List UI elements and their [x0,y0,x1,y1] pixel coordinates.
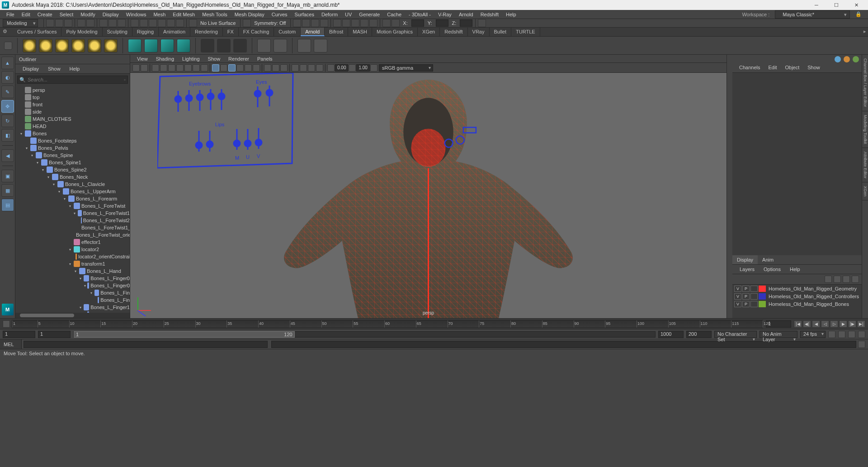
outliner-node[interactable]: ▾Bones_L_Finger0 [15,275,130,282]
outliner-node[interactable]: effector1 [15,238,130,246]
select-tool[interactable]: ▲ [1,57,14,69]
outliner-node[interactable]: locator2_orientConstrai [15,253,130,260]
vp-xray-joints-button[interactable] [280,64,288,71]
go-start-button[interactable]: |◀ [794,320,802,328]
time-slider-track[interactable]: 1510152025303540455055606570758085909510… [12,320,763,328]
tab-display[interactable]: Display [732,255,758,264]
vp-gate-mask-button[interactable] [176,64,184,71]
shelf-render-2[interactable] [314,39,327,52]
menu-windows[interactable]: Windows [123,11,150,18]
shelf-light-4[interactable] [71,39,85,52]
maximize-button[interactable]: ☐ [826,0,846,10]
layer-menu-help[interactable]: Help [785,266,805,273]
xform-display-button[interactable] [392,19,400,27]
display-layer[interactable]: VPHomeless_Old_Man_Rigged_Bones [732,300,862,308]
range-end-field[interactable]: 200 [686,331,712,338]
vp-motion-blur-button[interactable] [300,64,307,71]
step-back-button[interactable]: ◀ [812,320,820,328]
vp-menu-shading[interactable]: Shading [152,55,178,62]
shelf-tab-bifrost[interactable]: Bifrost [325,28,348,36]
outliner-node[interactable]: ▾Bones_L_Finger1 [15,311,130,313]
charset-dropdown[interactable]: No Character Set [714,331,757,338]
command-input[interactable] [24,341,268,348]
shelf-tab-sculpting[interactable]: Sculpting [103,28,132,36]
range-in-field[interactable]: 1 [38,331,71,338]
ch-menu-edit[interactable]: Edit [764,64,781,72]
shelf-tab-xgen[interactable]: XGen [418,28,440,36]
vp-menu-view[interactable]: View [133,55,152,62]
shelf-tab-bullet[interactable]: Bullet [490,28,512,36]
shelf-tab-turtle[interactable]: TURTLE [511,28,540,36]
shelf-light-5[interactable] [88,39,101,52]
outliner-node[interactable]: Bones_L_ForeTwist2 [15,217,130,224]
outliner-node[interactable]: ▾Bones_L_ForeTwist1 [15,210,130,217]
make-live-button[interactable] [189,19,197,27]
side-tab-attribute-editor[interactable]: Attribute Editor [862,148,868,183]
render-button[interactable] [333,19,341,27]
tool-settings-icon[interactable] [844,56,850,62]
outliner-node[interactable]: ▾Bones_Spine2 [15,166,130,173]
outliner-node[interactable]: ▾Bones_L_Clavicle [15,181,130,188]
select-component-button[interactable] [118,19,126,27]
outliner-search[interactable]: 🔍 ◦ [17,76,128,84]
shelf-tab-poly-modeling[interactable]: Poly Modeling [61,28,102,36]
vp-lock-cam-button[interactable] [141,64,148,71]
vp-gamma-icon[interactable] [349,64,356,71]
menu-arnold[interactable]: Arnold [455,11,477,18]
outliner-node[interactable]: Bones_L_ForeTwist_orie [15,231,130,238]
layer-create-empty-button[interactable] [843,276,850,283]
shelf-render-1[interactable] [297,39,311,52]
vp-gamma-field[interactable]: 1.00 [356,64,369,71]
outliner-node[interactable]: MAIN_CLOTHES [15,115,130,123]
vp-grid-button[interactable] [152,64,159,71]
shelf-geo-1[interactable] [128,39,142,52]
vp-textured-button[interactable] [236,64,244,71]
shelf-tab-curves-surfaces[interactable]: Curves / Surfaces [13,28,61,36]
menu-mesh-display[interactable]: Mesh Display [231,11,268,18]
vp-ao-button[interactable] [292,64,299,71]
menu-create[interactable]: Create [34,11,56,18]
ch-menu-object[interactable]: Object [781,64,803,72]
z-field[interactable] [460,19,472,27]
rotate-tool[interactable]: ↻ [1,114,14,127]
layer-menu-options[interactable]: Options [759,266,785,273]
shelf-geo-4[interactable] [177,39,190,52]
outliner-node[interactable]: ▾Bones_Neck [15,173,130,181]
script-lang-button[interactable]: MEL [0,339,22,349]
ipr-button[interactable] [342,19,350,27]
ch-menu-show[interactable]: Show [803,64,824,72]
vp-menu-lighting[interactable]: Lighting [178,55,204,62]
maya-home-icon[interactable]: M [2,304,14,315]
fps-dropdown[interactable]: 24 fps [800,331,826,338]
outliner-node[interactable]: ▾Bones_L_Hand [15,267,130,275]
workspace-dropdown[interactable]: Maya Classic* [775,10,850,19]
tab-anim[interactable]: Anim [758,255,778,264]
shelf-tab-motion-graphics[interactable]: Motion Graphics [372,28,418,36]
menu-deform[interactable]: Deform [318,11,341,18]
y-field[interactable] [436,19,448,27]
vp-shaded-wire-button[interactable] [228,64,236,71]
vp-exposure-field[interactable]: 0.00 [335,64,348,71]
shelf-tab-rigging[interactable]: Rigging [132,28,159,36]
range-track[interactable]: 1120 [73,331,656,338]
step-fwd-button[interactable]: ▶ [839,320,847,328]
side-tab-channel-box-layer-editor[interactable]: Channel Box / Layer Editor [862,55,868,111]
render-globals-button[interactable] [360,19,368,27]
vp-isolate-button[interactable] [264,64,271,71]
vp-field-chart-button[interactable] [184,64,192,71]
snap-plane-button[interactable] [167,19,175,27]
range-thumb[interactable]: 1120 [74,331,295,338]
save-scene-button[interactable] [64,19,72,27]
menu-surfaces[interactable]: Surfaces [291,11,318,18]
sidebar-toggle-button[interactable] [478,19,486,27]
display-layer[interactable]: VPHomeless_Old_Man_Rigged_Controllers [732,292,862,300]
outliner-node[interactable]: persp [15,86,130,94]
vp-lights-button[interactable] [245,64,252,71]
lasso-tool[interactable]: ◐ [1,71,14,84]
shelf-aov-3[interactable] [233,39,247,52]
layout-outliner[interactable]: ▤ [1,199,14,211]
outliner-menu-show[interactable]: Show [43,65,65,72]
menu-file[interactable]: File [3,11,18,18]
shelf-tab-animation[interactable]: Animation [159,28,190,36]
outliner-node[interactable]: ▾Bones_Spine [15,152,130,159]
